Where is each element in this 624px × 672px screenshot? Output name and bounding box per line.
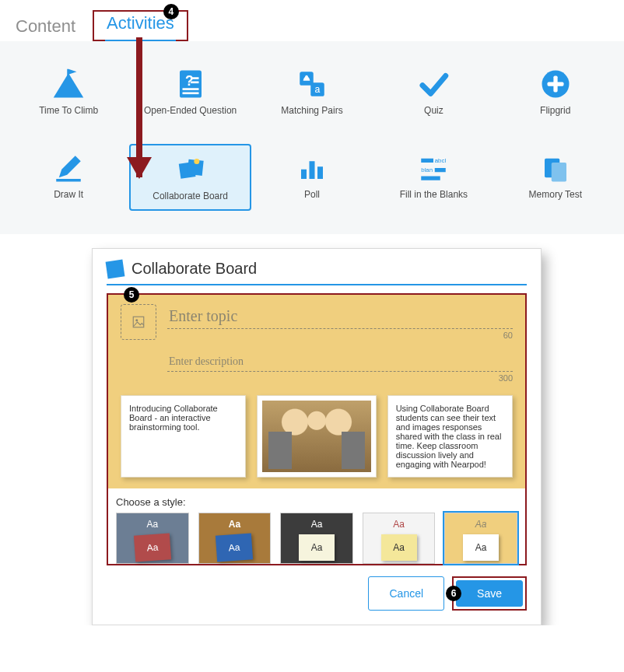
question-doc-icon: ? (174, 68, 207, 100)
activity-label: Fill in the Blanks (400, 189, 468, 200)
save-highlight: 6 Save (452, 576, 527, 611)
activity-draw-it[interactable]: Draw It (8, 144, 129, 211)
svg-rect-15 (547, 82, 563, 86)
step-badge-5: 5 (124, 287, 139, 303)
image-icon (131, 315, 145, 329)
svg-text:abcl: abcl (435, 157, 447, 164)
cancel-button[interactable]: Cancel (368, 576, 444, 611)
svg-text:blan: blan (422, 166, 433, 173)
svg-rect-31 (133, 317, 144, 327)
save-button[interactable]: Save (456, 580, 523, 607)
svg-rect-27 (435, 168, 446, 172)
activity-quiz[interactable]: Quiz (373, 60, 494, 124)
mountain-flag-icon (52, 68, 85, 100)
style-swatch-2[interactable]: AaAa (198, 513, 272, 564)
activity-label: Collaborate Board (152, 191, 228, 201)
activity-time-to-climb[interactable]: Time To Climb (8, 60, 129, 124)
svg-text:?: ? (185, 73, 194, 89)
activity-label: Memory Test (529, 189, 582, 200)
image-upload-slot[interactable] (121, 304, 156, 340)
activity-poll[interactable]: Poll (251, 144, 373, 211)
bar-chart-icon (296, 152, 328, 184)
step-badge-4: 4 (163, 4, 179, 19)
description-input[interactable]: Enter description (167, 352, 513, 372)
svg-rect-28 (422, 177, 441, 180)
svg-point-32 (135, 319, 138, 321)
svg-marker-2 (68, 69, 77, 75)
activity-label: Poll (304, 189, 320, 200)
matching-pairs-icon: a (296, 68, 328, 100)
collaborate-board-icon (106, 259, 125, 278)
svg-rect-6 (191, 82, 199, 84)
activity-fill-blanks[interactable]: abclblan Fill in the Blanks (373, 144, 494, 211)
svg-rect-1 (67, 69, 68, 79)
modal-footer: Cancel 6 Save (107, 576, 527, 611)
svg-rect-23 (317, 166, 323, 179)
activity-open-ended[interactable]: ? Open-Ended Question (129, 60, 251, 124)
svg-point-20 (194, 159, 199, 164)
check-icon (417, 68, 450, 100)
activities-grid: Time To Climb ? Open-Ended Question a Ma… (8, 60, 616, 211)
topic-char-limit: 60 (167, 331, 513, 340)
activity-label: Time To Climb (39, 105, 98, 116)
tab-activities-highlight: Activities 4 (93, 10, 188, 41)
activity-label: Quiz (424, 105, 443, 116)
sticky-notes-icon (174, 153, 207, 186)
sample-card-detail[interactable]: Using Collaborate Board students can see… (387, 395, 513, 478)
tab-bar: Content Activities 4 (0, 0, 624, 41)
svg-rect-7 (182, 88, 198, 90)
cards-icon (539, 152, 572, 184)
activity-label: Draw It (54, 189, 83, 200)
description-char-limit: 300 (167, 373, 513, 383)
style-label: Choose a style: (116, 496, 517, 508)
svg-rect-30 (552, 163, 566, 182)
board-editor: Enter topic 60 Enter description 300 Int… (108, 295, 525, 488)
pencil-icon (52, 152, 85, 184)
collaborate-board-panel: Collaborate Board 5 Enter topic 60 Enter… (92, 248, 542, 625)
activity-label: Flipgrid (540, 105, 570, 116)
plus-circle-icon (539, 68, 572, 100)
sample-cards: Introducing Collaborate Board - an inter… (121, 395, 513, 478)
svg-rect-17 (56, 179, 81, 182)
svg-rect-22 (309, 161, 314, 179)
activity-flipgrid[interactable]: Flipgrid (495, 60, 616, 124)
style-swatch-3[interactable]: AaAa (280, 513, 353, 564)
fill-blanks-icon: abclblan (417, 152, 450, 184)
sample-card-intro[interactable]: Introducing Collaborate Board - an inter… (121, 395, 246, 478)
svg-rect-5 (191, 77, 199, 79)
topic-input[interactable]: Enter topic (167, 304, 513, 329)
annotation-arrow (136, 37, 142, 177)
style-swatch-5[interactable]: AaAa (444, 513, 517, 564)
activities-panel: Time To Climb ? Open-Ended Question a Ma… (0, 41, 624, 234)
modal-title: Collaborate Board (131, 260, 257, 278)
board-config-area: 5 Enter topic 60 Enter description 300 I… (107, 293, 527, 565)
svg-rect-21 (301, 170, 307, 179)
activity-matching-pairs[interactable]: a Matching Pairs (251, 60, 373, 124)
activity-memory-test[interactable]: Memory Test (495, 144, 616, 211)
svg-rect-24 (422, 159, 434, 163)
sample-card-photo[interactable] (257, 395, 376, 478)
modal-header: Collaborate Board (107, 260, 527, 285)
svg-marker-16 (59, 156, 81, 177)
svg-text:a: a (314, 84, 320, 95)
style-chooser: Choose a style: AaAa AaAa AaAa AaAa AaAa (108, 488, 525, 564)
activity-label: Open-Ended Question (144, 105, 237, 116)
svg-rect-8 (182, 93, 198, 95)
step-badge-6: 6 (446, 586, 461, 601)
tab-content[interactable]: Content (14, 12, 77, 41)
style-swatch-1[interactable]: AaAa (116, 513, 189, 564)
style-swatch-4[interactable]: AaAa (363, 513, 436, 564)
activity-label: Matching Pairs (281, 105, 342, 116)
students-photo (262, 401, 370, 472)
